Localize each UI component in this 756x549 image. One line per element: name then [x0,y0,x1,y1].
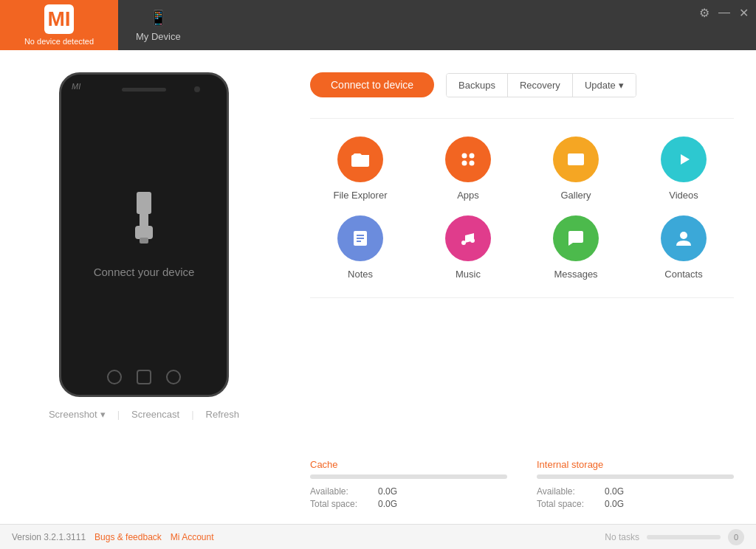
phone-icon: 📱 [149,9,168,27]
phone-bottom-buttons [107,370,181,384]
screenshot-btn[interactable]: Screenshot ▾ [49,409,106,420]
mi-account-link[interactable]: Mi Account [171,532,214,542]
footer-right: No tasks 0 [605,529,744,545]
phone-menu-btn [166,370,181,384]
notes-icon [337,215,383,261]
phone-back-btn [107,370,122,384]
screenshot-chevron: ▾ [100,409,106,420]
screencast-label: Screencast [131,409,179,420]
apps-label: Apps [457,190,479,201]
speaker [122,88,166,92]
cache-total-value: 0.0G [378,499,397,509]
internal-total-value: 0.0G [605,499,624,509]
svg-marker-11 [681,154,690,165]
backups-tab[interactable]: Backups [447,74,508,97]
messages-item[interactable]: Messages [526,215,626,280]
sep1: | [117,409,120,420]
storage-section: Cache Available: 0.0G Total space: 0.0G [310,453,734,509]
no-device-label: No device detected [24,37,94,46]
music-icon [445,215,491,261]
divider-2 [310,297,734,298]
svg-rect-2 [135,226,153,239]
phone-home-btn [137,370,151,384]
cache-total-label: Total space: [310,499,369,509]
sep2: | [191,409,193,420]
contacts-icon [661,215,707,261]
titlebar: MI No device detected 📱 My Device ⚙ — ✕ [0,0,756,50]
messages-icon [553,215,599,261]
update-tab-label: Update [585,80,616,91]
update-tab[interactable]: Update ▾ [573,74,636,97]
videos-icon [661,137,707,182]
bugs-feedback-link[interactable]: Bugs & feedback [94,532,162,542]
apps-item[interactable]: Apps [418,137,518,201]
connect-device-text: Connect your device [94,266,195,278]
cache-total-row: Total space: 0.0G [310,499,507,509]
contacts-item[interactable]: Contacts [633,215,734,280]
mi-logo-icon: MI [44,4,74,34]
divider-1 [310,118,734,119]
gallery-item[interactable]: Gallery [526,137,626,201]
minimize-icon[interactable]: — [718,6,730,19]
internal-total-label: Total space: [537,499,596,509]
footer: Version 3.2.1.3111 Bugs & feedback Mi Ac… [0,524,756,549]
file-explorer-label: File Explorer [334,190,388,201]
tab-group: Backups Recovery Update ▾ [446,73,636,97]
gallery-icon [553,137,599,182]
svg-point-18 [680,232,687,239]
top-actions: Connect to device Backups Recovery Updat… [310,72,734,97]
videos-item[interactable]: Videos [633,137,734,201]
refresh-label: Refresh [206,409,240,420]
videos-label: Videos [669,190,698,201]
svg-point-7 [462,161,467,166]
cache-block: Cache Available: 0.0G Total space: 0.0G [310,459,507,509]
internal-storage-title: Internal storage [537,459,734,470]
svg-point-6 [470,153,475,159]
cache-bar [310,474,507,479]
titlebar-logo: MI No device detected [0,0,118,50]
messages-label: Messages [554,269,597,280]
notes-item[interactable]: Notes [310,215,410,280]
file-explorer-icon [337,137,383,182]
internal-storage-stats: Available: 0.0G Total space: 0.0G [537,486,734,509]
internal-available-label: Available: [537,486,596,497]
svg-rect-0 [137,192,151,214]
svg-rect-1 [140,213,148,227]
music-item[interactable]: Music [418,215,518,280]
camera [194,86,200,92]
left-panel: MI Connect your device [0,50,288,524]
internal-available-row: Available: 0.0G [537,486,734,497]
refresh-btn[interactable]: Refresh [206,409,240,420]
svg-rect-4 [351,155,369,167]
left-actions: Screenshot ▾ | Screencast | Refresh [49,409,239,420]
svg-rect-3 [140,238,148,244]
cache-stats: Available: 0.0G Total space: 0.0G [310,486,507,509]
usb-icon [123,192,165,254]
recovery-tab[interactable]: Recovery [508,74,573,97]
close-icon[interactable]: ✕ [739,6,749,20]
task-progress-bar [647,535,721,539]
cache-available-value: 0.0G [378,486,397,497]
music-label: Music [456,269,481,280]
my-device-label: My Device [136,31,181,42]
connect-to-device-button[interactable]: Connect to device [310,72,434,97]
svg-point-8 [470,161,475,166]
svg-point-5 [462,153,467,159]
window-controls: ⚙ — ✕ [692,0,756,50]
file-explorer-item[interactable]: File Explorer [310,137,410,201]
task-count-badge: 0 [728,529,744,545]
apps-icon [445,137,491,182]
mi-label: MI [72,82,80,91]
internal-available-value: 0.0G [605,486,624,497]
svg-point-17 [470,238,475,243]
screencast-btn[interactable]: Screencast [131,409,179,420]
notes-label: Notes [348,269,373,280]
update-chevron-icon: ▾ [619,80,624,91]
settings-icon[interactable]: ⚙ [699,6,709,20]
my-device-tab[interactable]: 📱 My Device [118,0,199,50]
no-tasks-label: No tasks [605,532,639,542]
icon-grid: File Explorer Apps Gallery [310,137,734,280]
gallery-label: Gallery [560,190,591,201]
phone-mockup: MI Connect your device [59,72,229,397]
cache-available-label: Available: [310,486,369,497]
